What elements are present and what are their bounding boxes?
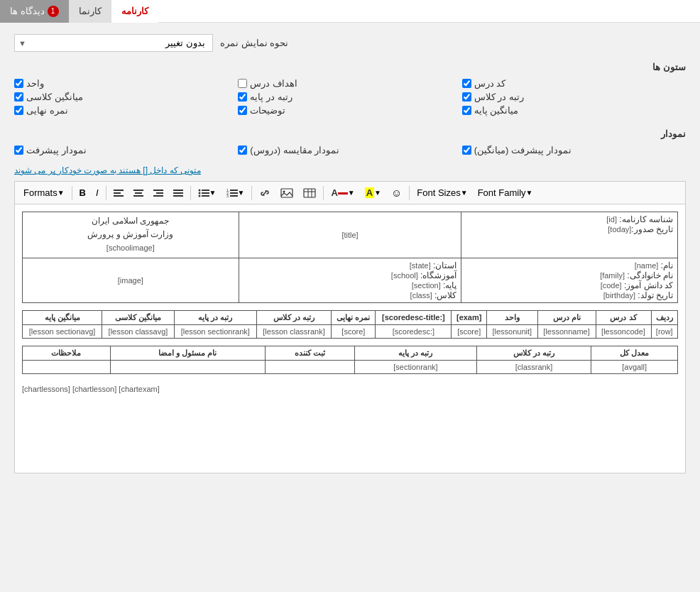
font-sizes-dropdown[interactable]: Font Sizes ▼: [412, 185, 471, 200]
didgah-btn[interactable]: 1 دیدگاه ها: [0, 0, 69, 23]
svg-rect-0: [114, 190, 124, 191]
sep1: [72, 186, 72, 200]
svg-point-25: [283, 190, 285, 192]
align-right-button[interactable]: [149, 186, 168, 200]
bold-button[interactable]: B: [75, 185, 90, 200]
align-justify-button[interactable]: [169, 186, 187, 200]
image-icon: [280, 188, 293, 198]
ch-progress-item: نمودار پیشرفت: [14, 145, 238, 155]
svg-rect-26: [304, 189, 315, 197]
image-button[interactable]: [276, 186, 297, 200]
col-section-avg-item: میانگین پایه: [462, 105, 686, 116]
svg-rect-4: [135, 192, 142, 194]
svg-rect-10: [173, 192, 183, 194]
karname-tab[interactable]: کارنامه: [111, 0, 158, 23]
footer-table: معدل کل رتبه در کلاس رتبه در پایه ثبت کن…: [22, 346, 678, 374]
col-unit-checkbox[interactable]: [14, 79, 23, 88]
score-display-select-wrapper: بدون تغییر ▼: [14, 34, 213, 52]
svg-rect-2: [114, 195, 124, 197]
font-color-icon: A: [331, 187, 337, 198]
italic-button[interactable]: I: [92, 185, 103, 200]
font-bg-arrow-icon: ▼: [374, 189, 381, 197]
sep6: [409, 186, 410, 200]
svg-rect-5: [133, 195, 143, 197]
student-middle-cell: استان: [state] آموزشگاه: [school] پایه: …: [239, 258, 461, 302]
table-row: نام: [name] نام خانوادگی: [family] کد دا…: [23, 258, 678, 302]
col-class-avg-checkbox[interactable]: [14, 92, 23, 102]
font-bg-icon: A: [365, 187, 374, 198]
ul-list-button[interactable]: ▼: [194, 186, 221, 200]
col-class-rank-checkbox[interactable]: [462, 92, 471, 102]
table-row: شناسه کارنامه: [id] تاریخ صدور:[today] […: [23, 212, 678, 258]
score-display-select[interactable]: بدون تغییر: [14, 34, 213, 52]
ch-progress-checkbox[interactable]: [14, 146, 23, 155]
ol-list-icon: 1.2.3.: [226, 188, 238, 198]
columns-title: ستون ها: [14, 56, 686, 75]
ul-arrow-icon: ▼: [209, 189, 217, 197]
editor-area[interactable]: شناسه کارنامه: [id] تاریخ صدور:[today] […: [14, 204, 686, 473]
svg-text:3.: 3.: [226, 194, 229, 198]
font-family-arrow-icon: ▼: [526, 189, 533, 197]
col-section-rank-item: رتبه در پایه: [238, 92, 461, 102]
auto-fill-note: متونی که داخل [] هستند به صورت خودکار پر…: [14, 163, 686, 181]
font-color-arrow-icon: ▼: [348, 189, 355, 197]
karname-btn[interactable]: کارنما: [69, 0, 111, 23]
formats-dropdown-btn[interactable]: Formats ▼: [19, 185, 69, 200]
col-section-rank-checkbox[interactable]: [238, 92, 247, 102]
student-image-cell: [image]: [23, 258, 239, 302]
table-button[interactable]: [299, 186, 320, 200]
align-center-icon: [133, 188, 143, 198]
align-center-button[interactable]: [129, 186, 148, 200]
svg-rect-3: [133, 190, 143, 191]
font-color-button[interactable]: A ▼: [327, 185, 359, 200]
svg-rect-13: [202, 190, 209, 191]
align-right-icon: [153, 188, 163, 198]
notification-badge: 1: [48, 6, 59, 17]
align-left-button[interactable]: [109, 186, 128, 200]
table-row: معدل کل رتبه در کلاس رتبه در پایه ثبت کن…: [23, 346, 678, 360]
table-row: [row] [lessoncode] [lessonname] [lessonu…: [23, 324, 678, 338]
link-button[interactable]: [255, 186, 275, 200]
chart-tags: [chartlessons] [chartlesson] [chartexam]: [22, 381, 678, 397]
ch-compare-lessons-checkbox[interactable]: [238, 146, 247, 155]
emoji-button[interactable]: ☺: [387, 185, 406, 201]
col-class-rank-item: رتبه در کلاس: [462, 92, 686, 102]
ol-arrow-icon: ▼: [238, 189, 245, 197]
svg-rect-7: [156, 192, 163, 194]
col-descriptions-item: توضیحات: [238, 105, 461, 116]
editor-toolbar: Formats ▼ B I ▼ 1.2.3. ▼: [14, 181, 686, 204]
sep4: [251, 186, 252, 200]
col-class-avg-item: میانگین کلاسی: [14, 92, 238, 102]
link-icon: [259, 188, 270, 198]
svg-rect-6: [153, 190, 163, 191]
score-display-row: نحوه نمایش نمره بدون تغییر ▼: [14, 30, 686, 56]
col-section-avg-checkbox[interactable]: [462, 106, 471, 115]
sep2: [106, 186, 106, 200]
ul-list-icon: [198, 188, 209, 198]
align-justify-icon: [173, 188, 183, 198]
sep5: [323, 186, 324, 200]
col-lesson-goals-item: اهداف درس: [238, 78, 461, 89]
svg-rect-1: [114, 192, 121, 194]
ol-list-button[interactable]: 1.2.3. ▼: [222, 186, 249, 200]
sep3: [190, 186, 191, 200]
svg-rect-8: [153, 195, 163, 197]
svg-rect-9: [173, 190, 183, 191]
header-id-cell: شناسه کارنامه: [id] تاریخ صدور:[today]: [461, 212, 678, 258]
ch-progress-avg-checkbox[interactable]: [462, 146, 471, 155]
col-unit-item: واحد: [14, 78, 238, 89]
col-final-score-checkbox[interactable]: [14, 106, 23, 115]
main-content: نحوه نمایش نمره بدون تغییر ▼ ستون ها کد …: [0, 23, 700, 481]
font-family-dropdown[interactable]: Font Family ▼: [474, 185, 537, 200]
svg-rect-24: [281, 189, 292, 197]
col-code-checkbox[interactable]: [462, 79, 471, 88]
col-lesson-goals-checkbox[interactable]: [238, 79, 247, 88]
report-card-table: شناسه کارنامه: [id] تاریخ صدور:[today] […: [22, 212, 678, 303]
header-title-cell: [title]: [239, 212, 461, 258]
col-final-score-item: نمره نهایی: [14, 105, 238, 116]
col-descriptions-checkbox[interactable]: [238, 106, 247, 115]
svg-rect-21: [230, 192, 238, 194]
ch-progress-avg-item: نمودار پیشرفت (میانگین): [462, 145, 686, 155]
font-bg-button[interactable]: A ▼: [361, 185, 385, 200]
charts-title: نمودار: [14, 123, 686, 142]
